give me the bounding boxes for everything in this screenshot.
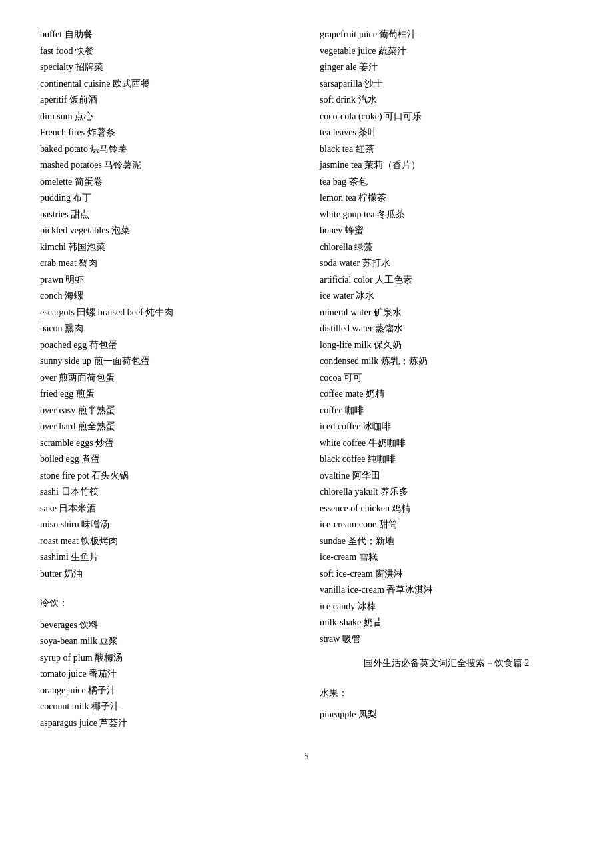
list-item: continental cuisine 欧式西餐	[40, 76, 293, 93]
list-item: aperitif 饭前酒	[40, 92, 293, 109]
list-item: tomato juice 番茄汁	[40, 666, 293, 683]
list-item: chlorella 绿藻	[320, 239, 573, 256]
list-item: chlorella yakult 养乐多	[320, 484, 573, 501]
list-item: essence of chicken 鸡精	[320, 501, 573, 517]
list-item: milk-shake 奶昔	[320, 615, 573, 631]
list-item: baked potato 烘马铃薯	[40, 141, 293, 158]
left-column: buffet 自助餐fast food 快餐specialty 招牌菜conti…	[40, 27, 306, 731]
list-item: jasmine tea 茉莉（香片）	[320, 157, 573, 174]
list-item: pineapple 凤梨	[320, 707, 573, 723]
list-item: French fires 炸薯条	[40, 125, 293, 141]
list-item: fast food 快餐	[40, 43, 293, 60]
list-item: sundae 圣代；新地	[320, 533, 573, 550]
list-item: omelette 简蛋卷	[40, 174, 293, 191]
list-item: artificial color 人工色素	[320, 272, 573, 289]
list-item: sarsaparilla 沙士	[320, 76, 573, 93]
list-item: distilled water 蒸馏水	[320, 321, 573, 337]
list-item: ice-cream cone 甜筒	[320, 517, 573, 533]
list-item: mineral water 矿泉水	[320, 305, 573, 321]
list-item: conch 海螺	[40, 288, 293, 305]
list-item: ovaltine 阿华田	[320, 468, 573, 485]
list-item: iced coffee 冰咖啡	[320, 419, 573, 435]
list-item: over hard 煎全熟蛋	[40, 419, 293, 435]
list-item: miso shiru 味噌汤	[40, 517, 293, 533]
list-item: beverages 饮料	[40, 617, 293, 634]
list-item: fried egg 煎蛋	[40, 386, 293, 403]
list-item: coco-cola (coke) 可口可乐	[320, 109, 573, 125]
list-item: buffet 自助餐	[40, 27, 293, 43]
list-item: kimchi 韩国泡菜	[40, 239, 293, 256]
list-item: ice water 冰水	[320, 288, 573, 305]
right-section-items-list: pineapple 凤梨	[320, 707, 573, 723]
list-item: vegetable juice 蔬菜汁	[320, 43, 573, 60]
list-item: ginger ale 姜汁	[320, 59, 573, 76]
left-section-items-list: beverages 饮料soya-bean milk 豆浆syrup of pl…	[40, 617, 293, 732]
list-item: pudding 布丁	[40, 190, 293, 207]
list-item: crab meat 蟹肉	[40, 255, 293, 272]
list-item: mashed potatoes 马铃薯泥	[40, 157, 293, 174]
list-item: condensed milk 炼乳；炼奶	[320, 353, 573, 370]
right-column: grapefruit juice 葡萄柚汁vegetable juice 蔬菜汁…	[306, 27, 573, 731]
list-item: lemon tea 柠檬茶	[320, 190, 573, 207]
list-item: pastries 甜点	[40, 207, 293, 223]
list-item: black coffee 纯咖啡	[320, 451, 573, 468]
list-item: soda water 苏打水	[320, 255, 573, 272]
list-item: boiled egg 煮蛋	[40, 451, 293, 468]
list-item: tea bag 茶包	[320, 174, 573, 191]
list-item: sashimi 生鱼片	[40, 549, 293, 566]
list-item: black tea 红茶	[320, 141, 573, 158]
right-section-heading: 国外生活必备英文词汇全搜索－饮食篇 2	[320, 655, 573, 672]
list-item: butter 奶油	[40, 566, 293, 583]
right-items-list: grapefruit juice 葡萄柚汁vegetable juice 蔬菜汁…	[320, 27, 573, 647]
list-item: dim sum 点心	[40, 109, 293, 125]
list-item: escargots 田螺 braised beef 炖牛肉	[40, 305, 293, 321]
list-item: poached egg 荷包蛋	[40, 337, 293, 354]
list-item: vanilla ice-cream 香草冰淇淋	[320, 582, 573, 599]
list-item: over 煎两面荷包蛋	[40, 370, 293, 387]
list-item: white goup tea 冬瓜茶	[320, 207, 573, 223]
list-item: straw 吸管	[320, 631, 573, 648]
list-item: white coffee 牛奶咖啡	[320, 435, 573, 452]
list-item: pickled vegetables 泡菜	[40, 223, 293, 239]
list-item: scramble eggs 炒蛋	[40, 435, 293, 452]
list-item: prawn 明虾	[40, 272, 293, 289]
list-item: stone fire pot 石头火锅	[40, 468, 293, 485]
list-item: sashi 日本竹筷	[40, 484, 293, 501]
list-item: long-life milk 保久奶	[320, 337, 573, 354]
left-items-list: buffet 自助餐fast food 快餐specialty 招牌菜conti…	[40, 27, 293, 582]
list-item: soft ice-cream 窗洪淋	[320, 566, 573, 583]
left-section-title: 冷饮：	[40, 595, 293, 612]
page-number: 5	[40, 751, 573, 762]
list-item: coffee 咖啡	[320, 403, 573, 419]
list-item: tea leaves 茶叶	[320, 125, 573, 141]
list-item: syrup of plum 酸梅汤	[40, 650, 293, 667]
list-item: honey 蜂蜜	[320, 223, 573, 239]
list-item: cocoa 可可	[320, 370, 573, 387]
list-item: sunny side up 煎一面荷包蛋	[40, 353, 293, 370]
list-item: coffee mate 奶精	[320, 386, 573, 403]
list-item: grapefruit juice 葡萄柚汁	[320, 27, 573, 43]
list-item: bacon 熏肉	[40, 321, 293, 337]
list-item: sake 日本米酒	[40, 501, 293, 517]
list-item: ice candy 冰棒	[320, 599, 573, 615]
list-item: ice-cream 雪糕	[320, 549, 573, 566]
list-item: coconut milk 椰子汁	[40, 699, 293, 715]
list-item: roast meat 铁板烤肉	[40, 533, 293, 550]
list-item: soya-bean milk 豆浆	[40, 633, 293, 650]
list-item: asparagus juice 芦荟汁	[40, 715, 293, 732]
list-item: orange juice 橘子汁	[40, 683, 293, 699]
list-item: soft drink 汽水	[320, 92, 573, 109]
list-item: over easy 煎半熟蛋	[40, 403, 293, 419]
list-item: specialty 招牌菜	[40, 59, 293, 76]
right-section-title: 水果：	[320, 685, 573, 702]
